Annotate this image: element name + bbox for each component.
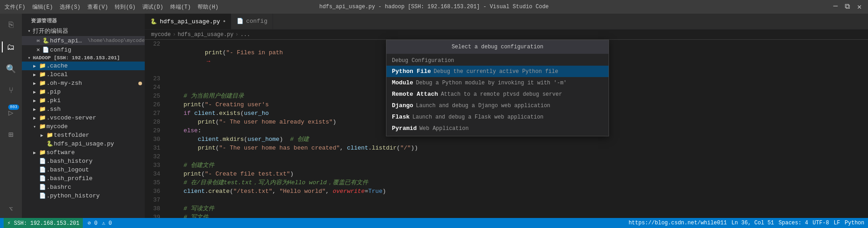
sidebar-item-hdfs-py[interactable]: ▶ 🐍 hdfs_api_usage.py [22,140,145,148]
menu-edit[interactable]: 编辑(E) [32,3,53,11]
sidebar-item-bash-profile[interactable]: ▶ 📄 .bash_profile [22,174,145,183]
sidebar-item-oh-my-zsh[interactable]: ▶ 📁 .oh-my-zsh [22,79,145,88]
debug-item-remote-attach-desc: Attach to a remote ptvsd debug server [441,91,562,98]
activity-files[interactable]: ⎘ [2,16,20,34]
open-file-config[interactable]: ✕ 📄 config [22,45,145,54]
sidebar-item-pki[interactable]: ▶ 📁 .pki [22,96,145,105]
menu-goto[interactable]: 转到(G) [115,3,136,11]
software-arrow: ▶ [31,150,38,155]
code-line-31: 31 print("- The user home has been creat… [145,144,868,152]
tab-config[interactable]: 📄 config [231,14,274,29]
open-editors-arrow: ▾ [25,28,33,34]
bash-history-icon: 📄 [38,158,46,165]
activity-debug[interactable]: ▷ 803 [2,104,20,122]
bash-logout-label: .bash_logout [46,166,145,173]
minimize-button[interactable]: ─ [832,2,840,11]
debug-item-remote-attach[interactable]: Remote Attach Attach to a remote ptvsd d… [386,88,609,100]
sidebar-item-software[interactable]: ▶ 📁 software [22,148,145,157]
bash-profile-label: .bash_profile [46,175,145,182]
close-button[interactable]: ✕ [855,2,863,11]
code-line-32: 32 [145,152,868,161]
debug-item-module[interactable]: Module Debug a Python module by invoking… [386,77,609,88]
local-folder-icon: 📁 [38,71,46,78]
menu-debug[interactable]: 调试(D) [142,3,163,11]
menu-view[interactable]: 查看(V) [87,3,108,11]
close-file-config[interactable]: ✕ [36,46,40,53]
menu-select[interactable]: 选择(S) [60,3,81,11]
bash-profile-icon: 📄 [38,175,46,182]
vscode-server-icon: 📁 [38,114,46,121]
sidebar-item-local[interactable]: ▶ 📁 .local [22,70,145,79]
breadcrumb-ellipsis[interactable]: ... [240,31,250,38]
open-file-hdfs[interactable]: ✕ 🐍 hdfs_api_usage.py \home\hadoop\mycod… [22,36,145,45]
debug-item-python-file-type: Python File [392,68,431,75]
sidebar-item-ssh[interactable]: ▶ 📁 .ssh [22,105,145,114]
status-ln-col[interactable]: Ln 36, Col 51 [731,220,774,226]
status-eol[interactable]: LF [833,220,840,226]
debug-dropdown[interactable]: Select a debug configuration Debug Confi… [386,40,609,136]
debug-item-django[interactable]: Django Launch and debug a Django web app… [386,100,609,111]
sidebar-item-python-history[interactable]: ▶ 📄 .python_history [22,192,145,200]
debug-item-pyramid-desc: Web Application [420,125,469,132]
local-arrow: ▶ [31,72,38,78]
python-file-icon: 🐍 [42,37,50,44]
status-ssh[interactable]: ⚡ SSH: 192.168.153.201 [4,218,83,228]
sidebar-item-mycode[interactable]: ▾ 📁 mycode [22,122,145,131]
oh-my-zsh-icon: 📁 [38,80,46,87]
status-csdn-link[interactable]: https://blog.csdn.net/while011 [629,220,727,226]
sidebar-item-testfolder[interactable]: ▶ 📁 testfolder [22,131,145,140]
hadoop-section-header[interactable]: ▾ HADOOP [SSH: 192.168.153.201] [22,54,145,62]
hadoop-section-label: HADOOP [SSH: 192.168.153.201] [33,55,145,61]
open-editors-header[interactable]: ▾ 打开的编辑器 [22,26,145,36]
sidebar-item-bash-logout[interactable]: ▶ 📄 .bash_logout [22,166,145,174]
debug-item-flask[interactable]: Flask Launch and debug a Flask web appli… [386,111,609,123]
config-file-icon: 📄 [42,47,50,53]
breadcrumb: mycode › hdfs_api_usage.py › ... [145,30,868,40]
software-label: software [46,149,145,156]
status-left: ⚡ SSH: 192.168.153.201 ⊘ 0 ⚠ 0 [4,218,112,228]
menu-help[interactable]: 帮助(H) [198,3,218,11]
debug-item-python-file-desc: Debug the currently active Python file [434,68,558,75]
status-errors[interactable]: ⊘ 0 [87,220,97,227]
debug-item-flask-type: Flask [392,114,410,120]
status-warnings[interactable]: ⚠ 0 [102,220,112,227]
sidebar-item-pip[interactable]: ▶ 📁 .pip [22,88,145,96]
activity-extensions[interactable]: ⊞ [2,125,20,144]
ssh-arrow: ▶ [31,107,38,112]
maximize-button[interactable]: ⧉ [843,2,852,11]
code-line-39: 39 # 写文件 [145,213,868,218]
sidebar-item-bashrc[interactable]: ▶ 📄 .bashrc [22,183,145,192]
debug-item-python-file[interactable]: Python File Debug the currently active P… [386,66,609,77]
breadcrumb-file[interactable]: hdfs_api_usage.py [178,31,233,38]
window-controls[interactable]: ─ ⧉ ✕ [832,2,863,11]
activity-explorer[interactable]: 🗂 [2,38,20,56]
pip-label: .pip [46,88,145,95]
activity-remote[interactable]: ⌥ [2,200,20,218]
code-line-34: 34 print("- Create file test.txt") [145,170,868,178]
sidebar-item-bash-history[interactable]: ▶ 📄 .bash_history [22,157,145,166]
status-lang[interactable]: Python [845,220,864,226]
debug-item-pyramid[interactable]: Pyramid Web Application [386,123,609,134]
testfolder-label: testfolder [54,132,145,139]
menu-file[interactable]: 文件(F) [5,3,25,11]
activity-search[interactable]: 🔍 [2,60,20,78]
tab-hdfs-py-close[interactable]: ⦁ [223,18,225,25]
status-encoding[interactable]: UTF-8 [812,220,829,226]
title-bar: 文件(F) 编辑(E) 选择(S) 查看(V) 转到(G) 调试(D) 终端(T… [0,0,868,14]
menu-bar[interactable]: 文件(F) 编辑(E) 选择(S) 查看(V) 转到(G) 调试(D) 终端(T… [5,3,218,11]
vscode-server-label: .vscode-server [46,114,145,121]
vscode-server-arrow: ▶ [31,115,38,121]
status-spaces[interactable]: Spaces: 4 [779,220,808,226]
sidebar-item-vscode-server[interactable]: ▶ 📁 .vscode-server [22,114,145,122]
menu-terminal[interactable]: 终端(T) [170,3,191,11]
tab-config-icon: 📄 [237,18,244,25]
close-file-hdfs[interactable]: ✕ [36,37,40,44]
tab-hdfs-py[interactable]: 🐍 hdfs_api_usage.py ⦁ [145,14,231,29]
activity-git[interactable]: ⑂ [2,82,20,100]
debug-badge: 803 [8,104,19,110]
open-file-config-label: config [50,47,145,53]
breadcrumb-mycode[interactable]: mycode [151,31,171,38]
sidebar-item-cache[interactable]: ▶ 📁 .cache [22,62,145,70]
bashrc-icon: 📄 [38,184,46,191]
python-history-label: .python_history [46,192,145,199]
